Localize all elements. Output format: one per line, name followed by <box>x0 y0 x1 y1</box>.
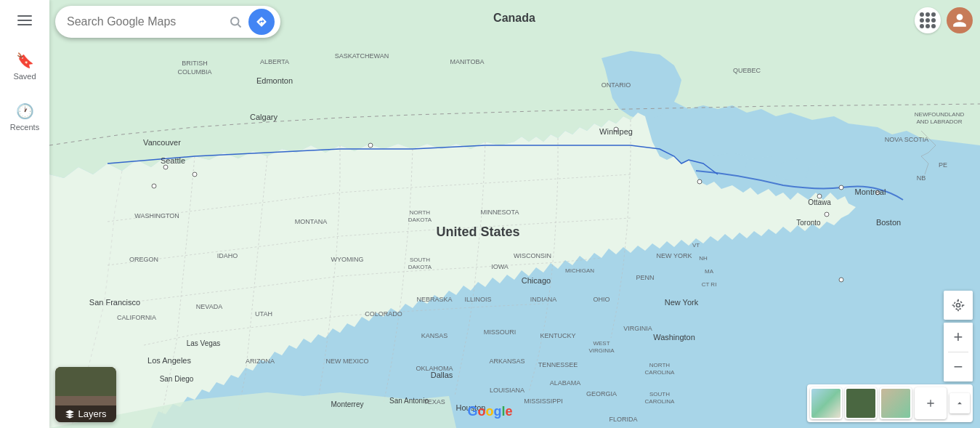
svg-text:NEBRASKA: NEBRASKA <box>416 296 452 303</box>
svg-text:MICHIGAN: MICHIGAN <box>565 267 594 274</box>
avatar[interactable] <box>947 7 973 33</box>
svg-text:NEVADA: NEVADA <box>196 303 222 310</box>
svg-text:FLORIDA: FLORIDA <box>609 416 637 423</box>
svg-text:UTAH: UTAH <box>255 310 272 318</box>
svg-text:ALBERTA: ALBERTA <box>260 58 289 65</box>
svg-text:MISSISSIPPI: MISSISSIPPI <box>524 397 563 405</box>
svg-text:WEST: WEST <box>593 340 610 347</box>
apps-button[interactable] <box>915 7 941 33</box>
layers-button[interactable]: Layers <box>55 367 116 422</box>
svg-point-10 <box>839 185 843 190</box>
svg-text:New York: New York <box>665 298 699 307</box>
svg-text:DAKOTA: DAKOTA <box>408 217 432 223</box>
svg-text:Calgary: Calgary <box>250 113 278 121</box>
top-right-controls <box>915 7 973 33</box>
svg-text:NOVA SCOTIA: NOVA SCOTIA <box>885 136 928 143</box>
map-type-terrain-button[interactable] <box>880 387 912 419</box>
svg-text:CAROLINA: CAROLINA <box>645 369 676 376</box>
svg-line-1 <box>238 24 240 27</box>
svg-text:ARKANSAS: ARKANSAS <box>489 358 525 365</box>
svg-text:SOUTH: SOUTH <box>649 391 670 397</box>
svg-text:VIRGINIA: VIRGINIA <box>623 325 652 332</box>
sidebar-item-recents[interactable]: 🕐 Recents <box>0 92 49 142</box>
bottom-right-controls: + − <box>807 291 973 422</box>
svg-text:ALABAMA: ALABAMA <box>550 379 581 387</box>
saved-label: Saved <box>13 72 36 81</box>
svg-point-5 <box>163 165 168 169</box>
zoom-controls: + − <box>944 323 973 381</box>
google-e: e <box>506 404 513 419</box>
svg-text:KENTUCKY: KENTUCKY <box>540 332 575 339</box>
svg-text:Washington: Washington <box>653 333 695 342</box>
sidebar-item-saved[interactable]: 🔖 Saved <box>0 41 49 92</box>
sidebar: 🔖 Saved 🕐 Recents <box>0 0 49 428</box>
svg-text:PENN: PENN <box>636 274 654 281</box>
svg-text:AND LABRADOR: AND LABRADOR <box>916 118 962 125</box>
svg-text:Canada: Canada <box>493 12 535 24</box>
svg-point-14 <box>839 278 843 282</box>
svg-text:NB: NB <box>917 174 926 182</box>
svg-point-101 <box>954 301 963 310</box>
svg-point-6 <box>193 172 197 177</box>
search-input[interactable] <box>61 15 222 28</box>
svg-text:TENNESSEE: TENNESSEE <box>538 361 578 368</box>
svg-text:WYOMING: WYOMING <box>331 256 364 263</box>
svg-text:GEORGIA: GEORGIA <box>586 390 617 397</box>
search-bar <box>55 6 280 38</box>
svg-point-7 <box>368 143 373 148</box>
menu-button[interactable] <box>0 0 49 41</box>
google-g2: g <box>493 404 501 419</box>
svg-text:Vancouver: Vancouver <box>143 138 181 147</box>
svg-text:MINNESOTA: MINNESOTA <box>481 209 519 216</box>
zoom-out-button[interactable]: − <box>944 352 973 381</box>
svg-text:ARIZONA: ARIZONA <box>246 358 275 365</box>
svg-text:Montreal: Montreal <box>855 187 886 196</box>
google-o1: o <box>477 404 485 419</box>
svg-text:LOUISIANA: LOUISIANA <box>490 387 525 394</box>
svg-text:Toronto: Toronto <box>796 219 821 227</box>
expand-map-types-button[interactable] <box>949 393 970 413</box>
map-type-satellite-button[interactable] <box>845 387 877 419</box>
zoom-in-button[interactable]: + <box>944 323 973 352</box>
svg-text:ONTARIO: ONTARIO <box>602 81 631 89</box>
apps-grid-icon <box>920 12 936 28</box>
bookmark-icon: 🔖 <box>16 52 34 69</box>
svg-text:SASKATCHEWAN: SASKATCHEWAN <box>335 52 389 60</box>
svg-text:VT: VT <box>692 242 700 249</box>
svg-text:Seattle: Seattle <box>161 156 185 165</box>
svg-text:CALIFORNIA: CALIFORNIA <box>117 314 156 321</box>
svg-text:PE: PE <box>939 161 947 169</box>
svg-text:San Antonio: San Antonio <box>389 397 429 405</box>
svg-text:INDIANA: INDIANA <box>530 296 557 303</box>
google-watermark: G o o g l e <box>467 404 512 419</box>
svg-text:Las Vegas: Las Vegas <box>187 339 221 347</box>
locate-button[interactable] <box>944 291 973 320</box>
svg-rect-98 <box>55 367 116 396</box>
svg-text:Chicago: Chicago <box>522 276 551 285</box>
svg-point-100 <box>957 304 960 307</box>
search-button[interactable] <box>222 9 248 35</box>
svg-text:San Francisco: San Francisco <box>89 298 140 307</box>
svg-text:MONTANA: MONTANA <box>295 218 327 225</box>
svg-text:DAKOTA: DAKOTA <box>408 264 432 270</box>
svg-text:SOUTH: SOUTH <box>410 257 430 263</box>
svg-point-12 <box>825 212 829 217</box>
svg-text:United States: United States <box>436 225 519 239</box>
svg-text:Los Angeles: Los Angeles <box>147 356 191 365</box>
map-type-default-button[interactable] <box>810 387 842 419</box>
svg-text:VIRGINIA: VIRGINIA <box>588 347 615 354</box>
svg-point-13 <box>697 179 702 184</box>
svg-text:MANITOBA: MANITOBA <box>450 58 485 65</box>
directions-button[interactable] <box>248 9 275 35</box>
hamburger-icon <box>17 15 32 25</box>
map-type-more-button[interactable] <box>915 387 947 419</box>
map-type-row <box>807 384 973 422</box>
svg-text:IDAHO: IDAHO <box>217 252 238 259</box>
svg-text:QUEBEC: QUEBEC <box>733 67 761 74</box>
svg-text:OHIO: OHIO <box>593 296 610 303</box>
svg-text:NEW YORK: NEW YORK <box>657 252 692 259</box>
svg-text:NORTH: NORTH <box>410 209 431 216</box>
svg-text:NORTH: NORTH <box>649 362 671 368</box>
svg-text:San Diego: San Diego <box>160 375 194 383</box>
svg-text:CT RI: CT RI <box>702 281 717 288</box>
